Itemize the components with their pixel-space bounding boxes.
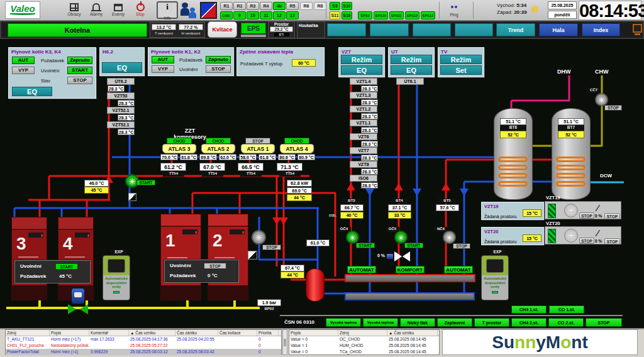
sensor-vzt14[interactable]: VZT1.4 <box>350 78 377 85</box>
oc4-pump-icon[interactable]: ✳ <box>346 231 359 244</box>
alarm-t-prostor-button[interactable]: T prostor <box>474 318 509 327</box>
col-cas-zaniku[interactable]: Čas zániku <box>175 330 218 336</box>
boiler-4-brand-badge: ▮ <box>75 233 90 238</box>
alarm-row-1[interactable]: T_AKU_TT121 Horní mez (>17) max 17.2633 … <box>6 336 281 343</box>
sensor-iso6[interactable]: ISO6 <box>350 175 377 182</box>
k12-uvolneni-label: Uvolnění <box>179 67 198 72</box>
bt5-mode-button[interactable]: AUTOMAT <box>444 266 473 273</box>
sensor-ut61[interactable]: ÚT6.1 <box>396 78 424 85</box>
co-1st-button[interactable]: CO 1.st. <box>549 305 584 314</box>
vzt19-fan-status[interactable]: STOP <box>579 212 594 219</box>
atlas3-unit[interactable]: ATLAS 3 <box>162 144 196 153</box>
bt6-setpoint[interactable]: 52 °C <box>500 131 526 138</box>
valve-actuator-icon[interactable] <box>386 253 394 260</box>
bt4-setpoint[interactable]: 33 °C <box>388 212 411 219</box>
vzt20-damper-status[interactable]: STOP <box>604 238 620 244</box>
sensor-vzt8[interactable]: VZT8 <box>350 161 377 168</box>
zzt-setpoint-value[interactable]: 60 °C <box>292 59 316 67</box>
tank2-coil <box>556 173 586 178</box>
boiler-4-top <box>58 217 93 230</box>
atlas4-unit[interactable]: ATLAS 4 <box>280 144 314 153</box>
alarm-row-2[interactable]: CH01_FL2_porucha Nedostatečný průtok... … <box>6 343 281 349</box>
atlas2-unit[interactable]: ATLAS 2 <box>201 144 235 153</box>
sensor-vzt6[interactable]: VZT6 <box>350 133 377 140</box>
sensor-vzt53[interactable]: VZT53 <box>107 92 135 99</box>
bt7-setpoint[interactable]: 52 °C <box>558 131 584 138</box>
vzt19-setpoint[interactable]: 15 °C <box>523 209 541 217</box>
col-zdroj[interactable]: Zdroj <box>6 330 50 336</box>
cc7-pump-icon[interactable]: ✳ <box>595 93 608 106</box>
exp2-label: EXP <box>489 250 506 255</box>
k12-pump-icon[interactable]: ✳ <box>252 230 266 244</box>
exp2-text: Automatickédopouštěnívody <box>482 277 508 289</box>
vzt19-damper-status[interactable]: STOP <box>604 213 620 219</box>
col-priorita[interactable]: Priorita <box>257 330 279 336</box>
h62-eq-button[interactable]: EQ <box>102 62 142 73</box>
alarm-row-3[interactable]: PowerFactorTotal Horní mez (>1) 0.996229… <box>6 349 281 355</box>
k34-aut-button[interactable]: AUT <box>12 57 35 64</box>
exp2-unit[interactable]: Automatickédopouštěnívody <box>481 255 509 300</box>
ut-eq-button[interactable]: EQ <box>391 65 432 75</box>
k34-vyp-button[interactable]: VYP <box>12 67 35 74</box>
event-row-1[interactable]: Value = 0 OC_CHOD 25.08.2025 08:14:45 <box>289 336 439 343</box>
atlas1-unit[interactable]: ATLAS 1 <box>241 144 275 153</box>
vzt-eq-button[interactable]: EQ <box>341 65 382 75</box>
event-row-3[interactable]: Value = 0 TCa_CHOD 25.08.2025 08:14:45 <box>289 349 439 355</box>
bt4-mode-button[interactable]: KOMFORT <box>396 266 425 273</box>
k12-mix-setpoint[interactable]: 44 °C <box>280 272 304 278</box>
col-komentar[interactable]: Komentář <box>89 330 129 336</box>
sensor-vzt521a[interactable]: VZT52.1 <box>107 107 135 114</box>
event-row-2[interactable]: Value = 1 HUM_CHOD 25.08.2025 08:14:45 <box>289 343 439 349</box>
sensor-vzt13[interactable]: VZT1.3 <box>350 92 377 99</box>
k34-eq-button[interactable]: EQ <box>12 87 52 96</box>
alarm-vysoka-k34-button[interactable]: Vysoká teplota K34 <box>363 318 398 327</box>
oc5-pump-icon[interactable]: ✳ <box>394 231 408 244</box>
vzt20-fan-icon: ✳ <box>564 229 578 243</box>
alarm-ch4-2st-button[interactable]: CH4 2.st. <box>511 318 547 327</box>
col-e-popis[interactable]: Popis <box>289 330 338 336</box>
zzt-setpoint-temp[interactable]: 44 °C <box>287 194 312 201</box>
alarm-nizky-tlak-button[interactable]: Nízký tlak <box>400 318 435 327</box>
col-popis[interactable]: Popis <box>50 330 89 336</box>
event-table-header[interactable]: Popis Zdroj ▲ Čas vzniku <box>289 330 439 336</box>
k34-pozadavek-value: Zapnuto <box>67 57 92 64</box>
vzt20-setpoint[interactable]: 15 °C <box>523 234 541 242</box>
sensor-vzt11[interactable]: VZT1.1 <box>350 119 377 126</box>
k34-supply-setpoint[interactable]: 45 °C <box>84 187 109 194</box>
col-e-vznik[interactable]: ▲ Čas vzniku <box>387 330 438 336</box>
vzt20-damper-value: 0 % <box>595 239 602 243</box>
col-cas-kvitace[interactable]: Čas kvitace <box>218 330 257 336</box>
k12-aut-button[interactable]: AUT <box>152 56 174 63</box>
sensor-vzt521b[interactable]: VZT52.1 <box>107 121 135 128</box>
sensor-vzt7[interactable]: VZT7 <box>350 147 377 154</box>
alarm-vysoka-k12-button[interactable]: Vysoká teplota K12 <box>326 318 361 327</box>
bt3-mode-button[interactable]: AUTOMAT <box>347 266 376 273</box>
alarm-table-header[interactable]: Zdroj Popis Komentář ▲ Čas vzniku Čas zá… <box>6 330 281 336</box>
sensor-ut62[interactable]: ÚT6.2 <box>107 78 135 85</box>
vzt-rezim-button[interactable]: Režim <box>341 55 382 64</box>
sensor-vzt12[interactable]: VZT1.2 <box>350 106 377 113</box>
atlas3-t2: 61.8 °C <box>180 154 197 160</box>
alarm-zaplaveni-button[interactable]: Zaplavení <box>437 318 472 327</box>
col-e-zdroj[interactable]: Zdroj <box>338 330 387 336</box>
col-cas-vzniku[interactable]: ▲ Čas vzniku <box>129 330 175 336</box>
boiler-3[interactable]: 3 ▮ <box>11 217 47 300</box>
k12-vyp-button[interactable]: VYP <box>152 65 174 73</box>
atlas4-status: CHOD <box>284 138 309 144</box>
scrollbar-thumb[interactable] <box>284 339 286 346</box>
vzt20-fan-status[interactable]: STOP <box>579 238 594 244</box>
bt3-setpoint[interactable]: 40 °C <box>340 212 364 219</box>
exp1-unit[interactable]: Automatickédopouštěnívody <box>103 255 130 300</box>
alarm-table-scrollbar[interactable] <box>282 329 287 355</box>
ch4-1st-button[interactable]: CH4 1.st. <box>511 305 547 314</box>
exp1-led <box>113 291 119 294</box>
tv-set-button[interactable]: Set <box>440 65 482 75</box>
alarm-co-2st-button[interactable]: CO 2.st. <box>548 318 584 327</box>
nc6-pump-icon[interactable]: ✳ <box>443 231 456 244</box>
tv-rezim-button[interactable]: Režim <box>440 55 482 64</box>
boiler-1[interactable]: 1 ▮ <box>160 214 201 300</box>
boiler-2[interactable]: 2 ▮ <box>208 214 248 300</box>
k12-pozadavek-label: Požadavek <box>179 57 203 63</box>
ut-rezim-button[interactable]: Režim <box>391 55 432 64</box>
alarm-stop-button[interactable]: STOP <box>586 318 622 327</box>
